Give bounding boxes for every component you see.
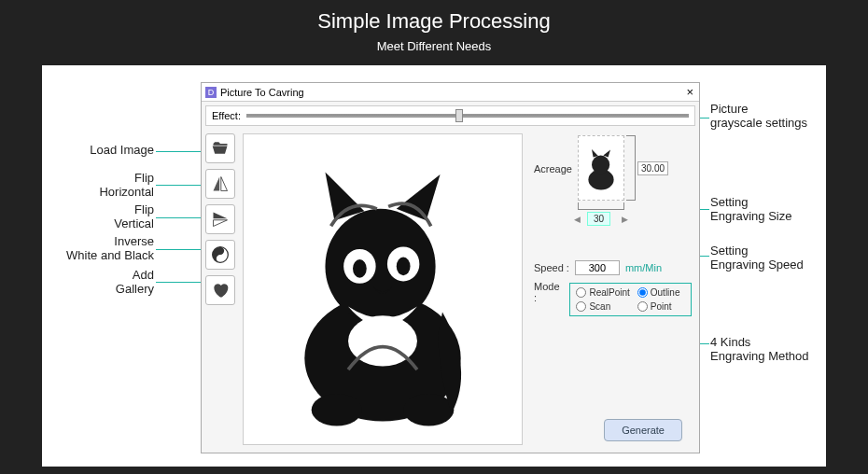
flip-vertical-icon bbox=[211, 210, 230, 229]
page-title: Simple Image Processing bbox=[0, 9, 868, 34]
mode-scan[interactable]: Scan bbox=[576, 301, 629, 312]
mode-realpoint[interactable]: RealPoint bbox=[576, 287, 629, 298]
effect-slider[interactable] bbox=[246, 114, 689, 118]
generate-button[interactable]: Generate bbox=[604, 419, 682, 441]
acreage-preview: 30.00 30 bbox=[578, 135, 662, 201]
preview-image bbox=[261, 140, 504, 439]
acreage-label: Acreage bbox=[534, 163, 572, 174]
mode-point[interactable]: Point bbox=[637, 301, 685, 312]
callout-inverse: Inverse White and Black bbox=[42, 235, 154, 263]
folder-open-icon bbox=[211, 139, 230, 158]
add-gallery-button[interactable] bbox=[205, 275, 235, 305]
svg-point-9 bbox=[397, 258, 411, 276]
effect-label: Effect: bbox=[212, 110, 241, 121]
callout-flip-vertical: Flip Vertical bbox=[42, 203, 154, 231]
svg-point-11 bbox=[592, 155, 609, 174]
width-input[interactable]: 30 bbox=[587, 212, 610, 226]
speed-unit: mm/Min bbox=[625, 262, 662, 273]
svg-point-8 bbox=[353, 259, 367, 278]
svg-point-4 bbox=[403, 394, 454, 425]
callout-grayscale: Picture grayscale settings bbox=[710, 103, 822, 131]
toolbar bbox=[202, 130, 239, 453]
page-subtitle: Meet Different Needs bbox=[0, 39, 868, 53]
right-pane: Acreage bbox=[526, 130, 699, 453]
callout-method: 4 Kinds Engraving Method bbox=[710, 336, 832, 364]
title-bar: D Picture To Cavring × bbox=[202, 83, 699, 102]
mode-outline[interactable]: Outline bbox=[637, 287, 685, 298]
callout-speed: Setting Engraving Speed bbox=[710, 244, 822, 272]
callout-flip-horizontal: Flip Horizontal bbox=[42, 172, 154, 200]
speed-label: Speed : bbox=[534, 262, 569, 273]
load-image-button[interactable] bbox=[205, 133, 235, 163]
svg-point-3 bbox=[312, 394, 362, 425]
callout-load-image: Load Image bbox=[42, 144, 154, 158]
heart-icon bbox=[211, 281, 230, 300]
flip-horizontal-button[interactable] bbox=[205, 169, 235, 199]
image-canvas bbox=[243, 133, 523, 445]
mode-box: RealPoint Outline Scan Point bbox=[569, 283, 692, 316]
inverse-button[interactable] bbox=[205, 240, 235, 270]
mode-label: Mode : bbox=[534, 281, 564, 303]
close-icon[interactable]: × bbox=[686, 85, 693, 99]
app-icon: D bbox=[205, 87, 217, 98]
callout-gallery: Add Gallery bbox=[42, 269, 154, 297]
outer-panel: Load Image Flip Horizontal Flip Vertical… bbox=[42, 65, 826, 467]
flip-vertical-button[interactable] bbox=[205, 204, 235, 234]
speed-input[interactable] bbox=[575, 260, 620, 275]
app-window: D Picture To Cavring × Effect: bbox=[201, 82, 700, 453]
window-title: Picture To Cavring bbox=[220, 87, 304, 98]
thumbnail-image bbox=[582, 143, 620, 194]
callout-size: Setting Engraving Size bbox=[710, 196, 822, 224]
height-value: 30.00 bbox=[637, 161, 668, 175]
yin-yang-icon bbox=[211, 245, 230, 264]
flip-horizontal-icon bbox=[211, 174, 230, 193]
effect-row: Effect: bbox=[205, 105, 695, 126]
